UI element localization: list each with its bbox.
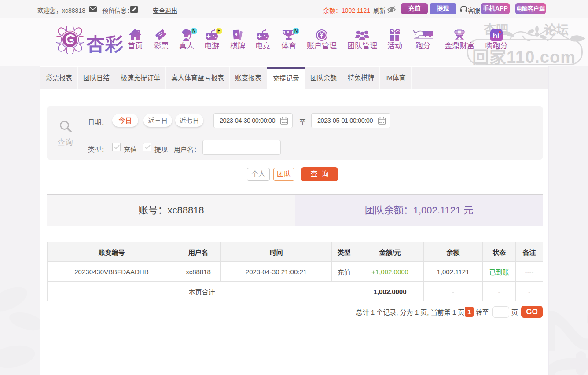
- svg-text:hi: hi: [492, 32, 499, 40]
